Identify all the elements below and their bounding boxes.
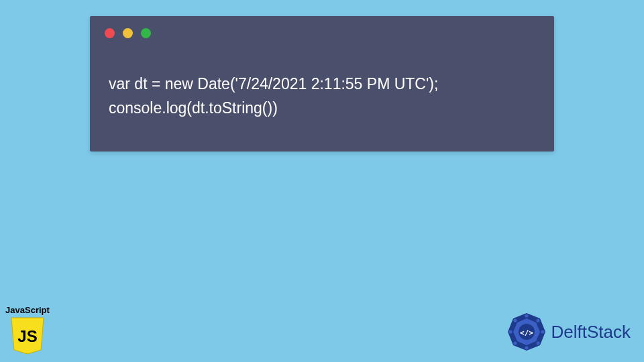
svg-point-10 [508,330,512,333]
code-block: var dt = new Date('7/24/2021 2:11:55 PM … [109,72,438,120]
svg-point-4 [525,314,528,317]
svg-point-11 [513,318,517,322]
js-glyph: JS [17,327,37,345]
code-line-2: console.log(dt.toString()) [109,99,278,117]
delftstack-logo-icon: </> [506,311,547,353]
svg-point-7 [536,341,539,345]
close-icon [105,28,115,38]
javascript-label: JavaScript [4,305,51,315]
traffic-lights [105,28,151,38]
delftstack-name: DelftStack [551,322,631,343]
svg-point-9 [513,341,517,345]
svg-point-5 [536,318,539,322]
svg-point-6 [541,330,544,333]
svg-point-8 [525,346,528,349]
javascript-shield-icon: JS [10,316,45,355]
code-window: var dt = new Date('7/24/2021 2:11:55 PM … [90,16,554,152]
code-line-1: var dt = new Date('7/24/2021 2:11:55 PM … [109,75,438,93]
maximize-icon [141,28,151,38]
delft-glyph: </> [520,328,533,337]
javascript-badge: JavaScript JS [4,305,51,358]
delftstack-brand: </> DelftStack [506,311,631,353]
minimize-icon [123,28,133,38]
